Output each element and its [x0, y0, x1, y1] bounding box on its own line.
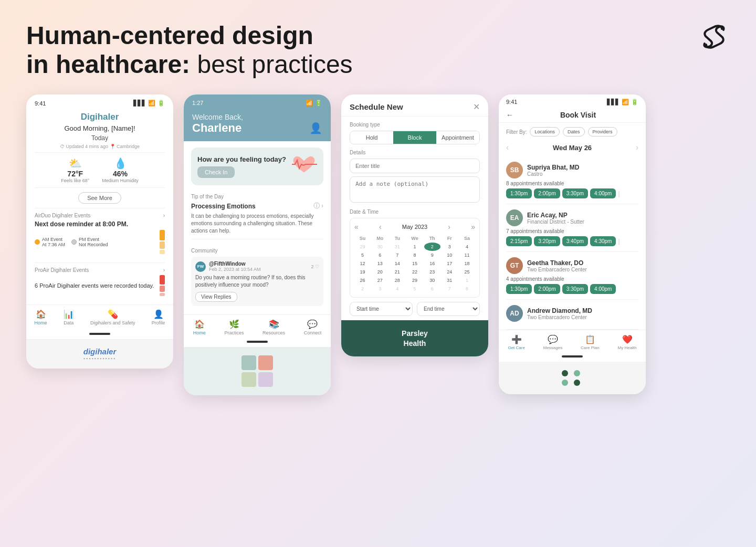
title-bold2: in healthcare:: [26, 50, 190, 78]
slot-3-1[interactable]: 1:30pm: [506, 284, 532, 294]
provider-location-2: Financial District - Sutter: [527, 219, 584, 225]
schedule-card: Schedule New ✕ Booking type Hold Block A…: [341, 94, 488, 356]
time-slots-1: 1:30pm 2:00pm 3:30pm 4:00pm |: [506, 188, 638, 198]
block-tab[interactable]: Block: [393, 131, 436, 144]
book-visit-card: 9:41 ▋▋▋ 📶 🔋 ← Book Visit Filter By: Loc…: [499, 94, 646, 394]
slot-1-4[interactable]: 4:00pm: [590, 188, 616, 198]
nav-profile[interactable]: 👤 Profile: [152, 309, 165, 325]
filter-providers[interactable]: Providers: [588, 127, 617, 136]
nav4-get-care[interactable]: ➕ Get Care: [508, 334, 524, 350]
slot-3-4[interactable]: 4:00pm: [590, 284, 616, 294]
filter-locations[interactable]: Locations: [530, 127, 560, 136]
color-block-2: [258, 355, 273, 370]
my-health-icon: ❤️: [622, 334, 633, 344]
provider-item-2: EA Eric Acay, NP Financial District - Su…: [506, 204, 638, 252]
filter-by-label: Filter By:: [506, 129, 527, 135]
slot-1-2[interactable]: 2:00pm: [534, 188, 560, 198]
nav-home[interactable]: 🏠 Home: [35, 309, 47, 325]
card4-nav: ➕ Get Care 💬 Messages 📋 Care Plan ❤️ My …: [499, 330, 646, 353]
cal-prev[interactable]: ‹: [379, 223, 382, 231]
am-event: AM Event At 7:36 AM: [35, 230, 65, 254]
cal-week1: 29 30 31 1 2 3 4: [354, 243, 475, 251]
pm-recorded: Not Recorded: [79, 242, 108, 247]
cards-row: 9:41 ▋▋▋ 📶 🔋 Digihaler Good Morning, [Na…: [0, 89, 756, 406]
booking-section: Booking type Hold Block Appointment: [341, 117, 488, 150]
page-title: Human-centered design in healthcare: bes…: [26, 21, 353, 79]
details-section: Details: [341, 150, 488, 209]
slot-2-1[interactable]: 2:15pm: [506, 236, 532, 246]
cal-next[interactable]: ›: [448, 223, 450, 231]
slot-2-2[interactable]: 3:20pm: [534, 236, 560, 246]
title-bold: Human-centered design: [26, 22, 313, 49]
booking-tabs: Hold Block Appointment: [350, 131, 480, 144]
am-dot: [35, 239, 40, 245]
nav4-messages[interactable]: 💬 Messages: [543, 334, 562, 350]
slot-1-3[interactable]: 3:30pm: [562, 188, 588, 198]
slot-3-2[interactable]: 2:00pm: [534, 284, 560, 294]
slot-2-4[interactable]: 4:30pm: [590, 236, 616, 246]
nav4-care-plan[interactable]: 📋 Care Plan: [581, 334, 600, 350]
cal-prev-nav[interactable]: «: [354, 223, 359, 231]
nav-data-label: Data: [64, 320, 74, 325]
date-prev-arrow[interactable]: ‹: [506, 143, 509, 152]
filters-row: Filter By: Locations Dates Providers: [499, 123, 646, 141]
date-next-arrow[interactable]: ›: [636, 143, 638, 152]
slot-3-3[interactable]: 3:30pm: [562, 284, 588, 294]
slot-2-3[interactable]: 3:40pm: [562, 236, 588, 246]
end-time-select[interactable]: End time: [417, 302, 480, 316]
nav2-home[interactable]: 🏠 Home: [193, 319, 206, 335]
appt-count-1: 8 appointments available: [506, 181, 638, 186]
start-time-select[interactable]: Start time: [350, 302, 413, 316]
nav2-connect-label: Connect: [304, 330, 322, 335]
community-header: Community: [191, 248, 323, 254]
home-icon: 🏠: [36, 309, 46, 319]
filter-dates[interactable]: Dates: [563, 127, 585, 136]
s-logo-icon: [698, 21, 730, 52]
hold-tab[interactable]: Hold: [350, 131, 393, 144]
provider-name-3: Geetha Thaker, DO: [527, 259, 587, 267]
get-care-icon: ➕: [511, 334, 522, 344]
slot-1-1[interactable]: 1:30pm: [506, 188, 532, 198]
color-block-4: [258, 372, 273, 387]
pm-dot: [71, 239, 77, 245]
view-replies-button[interactable]: View Replies: [195, 292, 237, 302]
community-section: Community FW @FifthWindow Feb 2, 2023 at…: [191, 244, 323, 310]
time-row: Start time End time: [350, 302, 480, 316]
appt-count-2: 7 appointments available: [506, 228, 638, 234]
nav-data[interactable]: 📊 Data: [64, 309, 74, 325]
cal-next-nav[interactable]: »: [471, 223, 475, 231]
nav2-practices[interactable]: 🌿 Practices: [224, 319, 244, 335]
dots-logo: [562, 370, 583, 386]
nav-digihalers[interactable]: 💊 Digihalers and Safety: [90, 309, 135, 325]
community-post: FW @FifthWindow Feb 2, 2023 at 10:54 AM …: [191, 257, 323, 306]
time-slots-2: 2:15pm 3:20pm 3:40pm 4:30pm |: [506, 236, 638, 246]
home-bar4: [562, 355, 583, 357]
weather-section: ⛅ 72°F Feels like 68° 💧 46% Medium Humid…: [35, 152, 165, 188]
tip-header: Tip of the Day: [191, 194, 323, 199]
title-input[interactable]: [350, 159, 480, 173]
check-in-button[interactable]: Check In: [197, 166, 235, 178]
card4-brand: [499, 362, 646, 394]
close-button[interactable]: ✕: [473, 102, 480, 112]
card4-time: 9:41: [506, 99, 517, 106]
nav2-resources[interactable]: 📚 Resources: [262, 319, 285, 335]
proair-section: ProAir Digihaler Events › 6 ProAir Digih…: [35, 262, 165, 300]
color-blocks: [242, 355, 273, 387]
appointment-tab[interactable]: Appointment: [436, 131, 479, 144]
note-input[interactable]: [350, 176, 480, 203]
nav2-connect[interactable]: 💬 Connect: [304, 319, 322, 335]
provider-avatar-1: SB: [506, 162, 523, 178]
card4-header: ← Book Visit: [499, 108, 646, 123]
card1-status-icons: ▋▋▋ 📶 🔋: [133, 100, 165, 107]
greeting: Good Morning, [Name]!: [26, 123, 173, 133]
back-button[interactable]: ←: [506, 111, 513, 119]
updated-text: ⏱ Updated 4 mins ago 📍 Cambridge: [26, 143, 173, 152]
see-more-button[interactable]: See More: [78, 192, 121, 204]
nav2-home-label: Home: [193, 330, 206, 335]
date-label: Wed May 26: [553, 144, 592, 152]
nav4-my-health[interactable]: ❤️ My Health: [618, 334, 637, 350]
card3-brand: Parsley Health: [341, 320, 488, 356]
home-bar: [89, 333, 110, 335]
card2-brand: [184, 347, 331, 395]
pm-event-label: PM Event: [79, 237, 108, 242]
